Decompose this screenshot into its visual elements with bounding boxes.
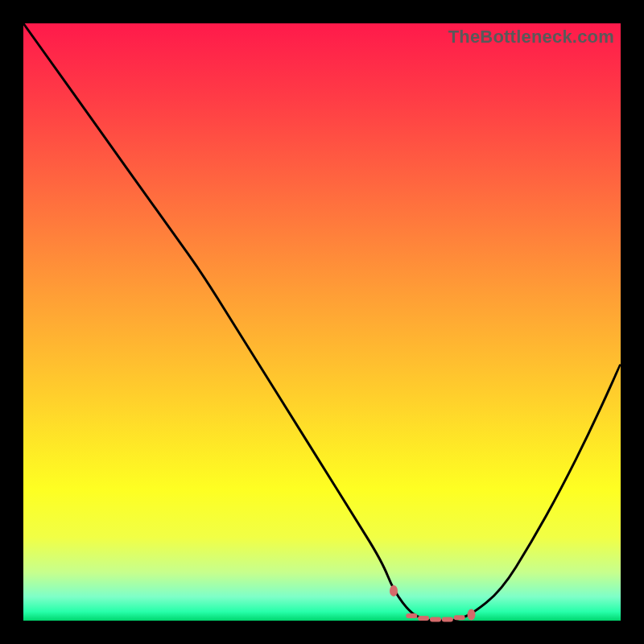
bottleneck-curve-path	[23, 23, 621, 621]
marker-dash	[406, 613, 417, 618]
marker-dot	[390, 585, 398, 597]
marker-dot	[468, 609, 476, 621]
marker-dash	[454, 615, 465, 620]
marker-dash	[418, 616, 429, 621]
marker-dash	[442, 617, 453, 622]
chart-frame: TheBottleneck.com	[0, 0, 644, 644]
marker-dash	[430, 617, 441, 622]
curve-layer	[23, 23, 621, 621]
plot-area: TheBottleneck.com	[23, 23, 621, 621]
